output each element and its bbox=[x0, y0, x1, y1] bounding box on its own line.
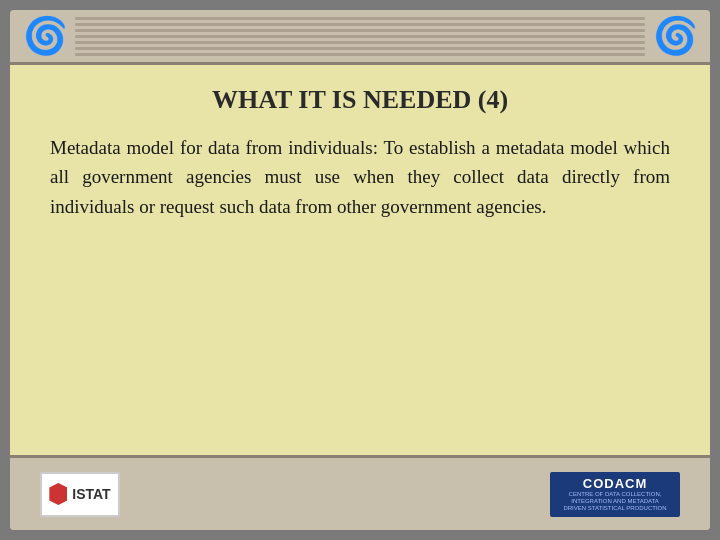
istat-cube-icon bbox=[49, 483, 67, 505]
top-decorative-band: 🌀 🌀 bbox=[10, 10, 710, 65]
istat-label: ISTAT bbox=[72, 486, 110, 502]
main-content: WHAT IT IS NEEDED (4) Metadata model for… bbox=[10, 65, 710, 455]
codacm-subtitle: CENTRE OF DATA COLLECTION, INTEGRATION A… bbox=[560, 491, 670, 513]
slide-wrapper: 🌀 🌀 WHAT IT IS NEEDED (4) Metadata model… bbox=[0, 0, 720, 540]
bottom-band: ISTAT CODACM CENTRE OF DATA COLLECTION, … bbox=[10, 455, 710, 530]
codacm-logo: CODACM CENTRE OF DATA COLLECTION, INTEGR… bbox=[550, 472, 680, 517]
decorative-lines bbox=[70, 10, 650, 64]
slide-body-text: Metadata model for data from individuals… bbox=[50, 133, 670, 221]
codacm-logo-container: CODACM CENTRE OF DATA COLLECTION, INTEGR… bbox=[550, 472, 680, 517]
slide-background: 🌀 🌀 WHAT IT IS NEEDED (4) Metadata model… bbox=[10, 10, 710, 530]
right-spiral-icon: 🌀 bbox=[650, 11, 700, 61]
left-spiral-icon: 🌀 bbox=[20, 11, 70, 61]
codacm-label: CODACM bbox=[583, 476, 648, 491]
slide-title: WHAT IT IS NEEDED (4) bbox=[50, 85, 670, 115]
istat-logo-container: ISTAT bbox=[40, 472, 120, 517]
istat-logo: ISTAT bbox=[40, 472, 120, 517]
